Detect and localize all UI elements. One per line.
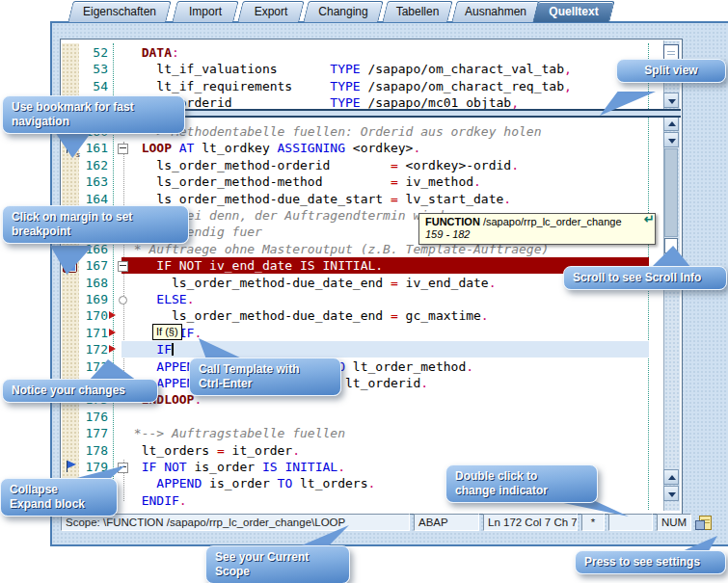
code-text: ls_order_method-due_date_start = lv_star…	[126, 191, 511, 207]
tab-label: Changing	[307, 2, 380, 21]
code-line[interactable]: 54 lt_if_requirements TYPE /sapapo/om_ch…	[62, 78, 661, 94]
line-number[interactable]: 178	[77, 442, 108, 459]
return-arrow-icon: ↵	[644, 212, 655, 226]
tab-eigenschaften[interactable]: Eigenschaften	[67, 1, 171, 22]
code-line[interactable]: 161s LOOP AT lt_ordkey ASSIGNING <ordkey…	[62, 140, 661, 156]
status-modified-field[interactable]: *	[581, 514, 605, 531]
code-text: lt_orders = it_order.	[126, 442, 300, 459]
callout-use-bookmark: Use bookmark for fastnavigation	[2, 95, 185, 134]
scroll-down-button-bottom[interactable]	[663, 486, 679, 501]
code-text: ls_order_method-due_date_end = iv_end_da…	[126, 275, 497, 291]
tab-label: Import	[175, 2, 235, 21]
line-number[interactable]: 54	[77, 78, 108, 94]
status-scope-field: Scope: \FUNCTION /sapapo/rrp_lc_order_ch…	[61, 514, 410, 531]
callout-change-indicator: Double click tochange indicator	[445, 464, 598, 503]
code-line[interactable]: 172 IF	[62, 341, 661, 358]
code-text: ls_order_method-method = iv_method.	[126, 173, 481, 190]
line-number[interactable]: 172	[77, 341, 108, 358]
line-number[interactable]: 168	[77, 275, 108, 291]
scope-tooltip: FUNCTION /sapapo/rrp_lc_order_change 159…	[418, 213, 656, 245]
line-number[interactable]: 53	[77, 61, 108, 77]
status-indicator-field[interactable]	[608, 514, 653, 531]
callout-set-breakpoint: Click on margin to setbreakpoint	[2, 205, 189, 244]
scroll-down-button[interactable]	[663, 132, 679, 147]
code-text: *--> Auftragstabelle fuellen	[126, 425, 345, 441]
tab-label: Tabellen	[386, 2, 449, 21]
code-line[interactable]: 173 APPEND ls_order_method TO lt_order_m…	[62, 358, 661, 375]
code-text: lt_orderid TYPE /sapapo/mc01_objtab,	[126, 94, 519, 109]
scroll-up-button[interactable]	[663, 116, 679, 131]
callout-scroll-info: Scroll to see Scroll Info	[563, 266, 727, 290]
code-line[interactable]: 177 *--> Auftragstabelle fuellen	[62, 425, 661, 441]
code-text: ELSE.	[126, 291, 194, 307]
line-number[interactable]: 52	[77, 44, 108, 61]
code-text: IF NOT iv_end_date IS INITIAL.	[126, 257, 383, 274]
tab-tabellen[interactable]: Tabellen	[382, 1, 452, 22]
tab-label: Eigenschaften	[71, 2, 168, 21]
callout-notice-changes: Notice your changes	[2, 379, 158, 403]
code-text: ENDIF.	[126, 492, 187, 509]
callout-call-template: Call Template withCtrl-Enter	[189, 358, 341, 396]
code-line[interactable]: 163 ls_order_method-method = iv_method.	[62, 173, 661, 190]
text-cursor	[172, 343, 174, 356]
line-number[interactable]: 169	[77, 291, 108, 307]
scroll-up-button-bottom[interactable]	[663, 469, 679, 485]
code-pane-main[interactable]: 160 *--> Methodentabelle fuellen: Orderi…	[62, 116, 661, 510]
code-line[interactable]: 169 ELSE.	[62, 291, 661, 307]
tab-ausnahmen[interactable]: Ausnahmen	[451, 1, 539, 22]
code-template-hint: If (§)	[152, 324, 182, 340]
status-numlock-field[interactable]: NUM	[657, 514, 691, 531]
code-text: IF	[126, 341, 172, 358]
line-number[interactable]: 177	[77, 425, 108, 441]
callout-press-settings: Press to see settings	[575, 550, 726, 574]
scope-tooltip-name: /sapapo/rrp_lc_order_change	[480, 216, 622, 227]
tab-changing[interactable]: Changing	[303, 1, 383, 22]
callout-collapse-expand: CollapseExpand block	[0, 478, 118, 517]
code-line[interactable]: 170 ls_order_method-due_date_end = gc_ma…	[62, 307, 661, 324]
callout-current-scope: See your CurrentScope	[205, 545, 350, 583]
code-text: IF NOT is_order IS INITIAL.	[126, 459, 345, 475]
tab-label: Ausnahmen	[455, 2, 536, 21]
code-text: DATA:	[126, 44, 179, 61]
code-text: APPEND is_order TO lt_orders.	[126, 475, 375, 491]
scope-tooltip-range: 159 - 182	[425, 228, 649, 241]
line-number[interactable]: 171	[77, 325, 108, 341]
change-indicator-icon[interactable]	[109, 311, 116, 319]
code-text: ls_order_method-due_date_end = gc_maxtim…	[126, 307, 489, 324]
code-text: LOOP AT lt_ordkey ASSIGNING <ordkey>.	[126, 140, 420, 156]
line-number[interactable]: 167	[77, 257, 108, 274]
code-line[interactable]: 178 lt_orders = it_order.	[62, 442, 661, 459]
scrollbar-thumb[interactable]	[664, 148, 678, 237]
tab-export[interactable]: Export	[237, 1, 304, 22]
screenshot-root: Eigenschaften Import Export Changing Tab…	[0, 0, 728, 583]
change-indicator-icon[interactable]	[109, 345, 116, 353]
settings-icon[interactable]	[695, 516, 712, 530]
code-line[interactable]: 176	[62, 409, 661, 425]
callout-split-view: Split view	[616, 59, 726, 83]
status-language-field: ABAP	[414, 514, 479, 531]
scroll-down-button-top-pane[interactable]	[663, 93, 679, 108]
line-number[interactable]: 170	[77, 307, 108, 324]
code-line[interactable]: 52 DATA:	[62, 44, 661, 61]
tab-import[interactable]: Import	[172, 1, 238, 22]
tab-quelltext[interactable]: Quelltext	[532, 1, 614, 22]
line-number[interactable]: 162	[77, 157, 108, 173]
line-number[interactable]: 163	[77, 173, 108, 190]
tab-label: Export	[241, 2, 301, 21]
current-line-highlight	[121, 341, 649, 358]
change-indicator-icon[interactable]	[109, 329, 116, 336]
status-cursor-position-field: Ln 172 Col 7 Ch 7	[483, 514, 578, 531]
code-text: lt_if_valuations TYPE /sapapo/om_charact…	[126, 61, 572, 77]
code-line[interactable]: 53 lt_if_valuations TYPE /sapapo/om_char…	[62, 61, 661, 77]
code-text: *--> Methodentabelle fuellen: Orderid au…	[126, 123, 541, 140]
line-number[interactable]: 176	[77, 409, 108, 425]
code-text: lt_if_requirements TYPE /sapapo/om_chara…	[126, 78, 572, 94]
bookmark-icon[interactable]	[66, 461, 79, 473]
code-line[interactable]: 162 ls_order_method-orderid = <ordkey>-o…	[62, 157, 661, 173]
scope-tooltip-keyword: FUNCTION	[425, 216, 480, 227]
tab-label: Quelltext	[536, 2, 611, 21]
code-text: ls_order_method-orderid = <ordkey>-ordid…	[126, 157, 519, 173]
